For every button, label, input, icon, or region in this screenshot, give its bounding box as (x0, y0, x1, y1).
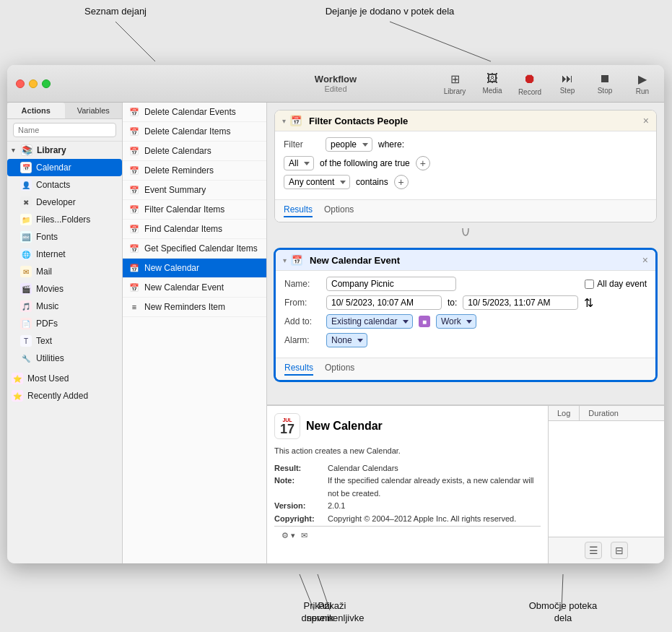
info-panel: JUL 17 New Calendar This action creates … (267, 406, 549, 563)
sidebar-search (7, 119, 122, 142)
action-new-calendar[interactable]: 📅 New Calendar (123, 259, 266, 278)
record-button[interactable]: ⏺ Record (517, 72, 543, 96)
log-header: Log Duration (549, 406, 664, 421)
library-button[interactable]: ⊞ Library (442, 72, 468, 95)
sidebar-label-most-used: Most Used (27, 373, 69, 384)
filter-collapse-icon[interactable]: ▾ (282, 117, 286, 125)
sidebar-list: ▾ 📚 Library 📅 Calendar 👤 Contacts ✖ Deve… (7, 142, 122, 563)
action-icon-find-items: 📅 (128, 223, 140, 235)
action-icon-new-calendar: 📅 (128, 262, 140, 274)
existing-calendar-select[interactable]: Existing calendar (326, 314, 413, 329)
filter-content-row: Any content contains + (284, 175, 647, 189)
sidebar-item-music[interactable]: 🎵 Music (7, 298, 122, 315)
action-find-items[interactable]: 📅 Find Calendar Items (123, 220, 266, 239)
filter-people-select[interactable]: people (326, 137, 372, 152)
filter-results-tab[interactable]: Results (284, 204, 313, 217)
show-variables-button[interactable]: ⊟ (611, 542, 628, 559)
maximize-button[interactable] (42, 79, 51, 88)
filter-add-value[interactable]: + (394, 175, 409, 189)
stop-button[interactable]: ⏹ Stop (592, 72, 618, 95)
info-toolbar-settings[interactable]: ⚙ ▾ (282, 531, 295, 540)
action-event-summary[interactable]: 📅 Event Summary (123, 181, 266, 200)
most-used-icon: ⭐ (12, 373, 23, 384)
minimize-button[interactable] (29, 79, 38, 88)
filter-card-icon: 📅 (290, 115, 302, 126)
sidebar-item-library[interactable]: ▾ 📚 Library (7, 142, 122, 159)
developer-icon: ✖ (20, 196, 32, 208)
run-button[interactable]: ▶ Run (629, 72, 655, 95)
fonts-icon: 🔤 (20, 231, 32, 243)
action-new-event[interactable]: 📅 New Calendar Event (123, 278, 266, 298)
action-new-reminder[interactable]: ≡ New Reminders Item (123, 298, 266, 317)
action-delete-reminders[interactable]: 📅 Delete Reminders (123, 161, 266, 181)
work-calendar-select[interactable]: Work (436, 314, 476, 329)
sidebar-item-calendar[interactable]: 📅 Calendar (7, 159, 122, 176)
filter-contacts-card: ▾ 📅 Filter Contacts People × Filter peop… (274, 110, 657, 222)
info-body: This action creates a new Calendar. Resu… (274, 445, 541, 526)
sidebar-item-developer[interactable]: ✖ Developer (7, 194, 122, 211)
duration-col-label: Duration (579, 406, 664, 420)
info-copyright-key: Copyright: (274, 513, 325, 526)
sidebar-label-pdfs: PDFs (36, 319, 58, 329)
cal-event-card-body: Name: All day event From: to: (276, 271, 655, 358)
sidebar-item-contacts[interactable]: 👤 Contacts (7, 176, 122, 194)
to-input[interactable] (463, 295, 578, 310)
sidebar-item-files[interactable]: 📁 Files...Folders (7, 211, 122, 228)
sidebar-item-fonts[interactable]: 🔤 Fonts (7, 228, 122, 246)
filter-card-footer: Results Options (275, 199, 656, 222)
datetime-stepper[interactable]: ⇅ (584, 296, 593, 310)
sidebar-item-mail[interactable]: ✉ Mail (7, 263, 122, 280)
cal-event-results-tab[interactable]: Results (284, 363, 313, 376)
info-toolbar-mail[interactable]: ✉ (301, 531, 307, 540)
filter-label: Filter (284, 139, 320, 150)
search-input[interactable] (13, 123, 116, 137)
name-row: Name: All day event (284, 277, 647, 291)
show-log-button[interactable]: ☰ (585, 542, 602, 559)
annotation-obmocje: Območje poteka dela (527, 600, 599, 625)
music-icon: 🎵 (20, 300, 32, 312)
cal-event-options-tab[interactable]: Options (325, 363, 354, 376)
info-header: JUL 17 New Calendar (274, 413, 541, 439)
sidebar-item-recently-added[interactable]: ⭐ Recently Added (7, 387, 122, 404)
action-label-new-event: New Calendar Event (144, 282, 224, 293)
sidebar-label-recently-added: Recently Added (27, 391, 88, 401)
filter-add-condition[interactable]: + (416, 156, 430, 170)
tab-actions[interactable]: Actions (7, 103, 65, 118)
action-delete-calendars[interactable]: 📅 Delete Calendars (123, 142, 266, 161)
filter-content-select[interactable]: Any content (284, 175, 350, 189)
sidebar-item-utilities[interactable]: 🔧 Utilities (7, 350, 122, 367)
action-delete-events[interactable]: 📅 Delete Calendar Events (123, 103, 266, 122)
sidebar-label-calendar: Calendar (36, 163, 71, 173)
filter-card-close[interactable]: × (643, 115, 649, 126)
sidebar-item-text[interactable]: T Text (7, 332, 122, 350)
close-button[interactable] (16, 79, 25, 88)
name-input[interactable] (326, 277, 456, 291)
cal-event-collapse-icon[interactable]: ▾ (283, 256, 287, 264)
sidebar-label-text: Text (36, 336, 52, 346)
alarm-select[interactable]: None (326, 333, 367, 347)
sidebar-item-movies[interactable]: 🎬 Movies (7, 280, 122, 298)
cal-event-card-close[interactable]: × (642, 254, 648, 266)
step-button[interactable]: ⏭ Step (554, 72, 580, 95)
action-icon-event-summary: 📅 (128, 184, 140, 196)
info-copyright-row: Copyright: Copyright © 2004–2012 Apple I… (274, 513, 541, 526)
settings-arrow: ▾ (291, 531, 295, 540)
all-day-checkbox[interactable] (585, 280, 594, 289)
variables-icon: ⊟ (615, 545, 624, 556)
sidebar-item-pdfs[interactable]: 📄 PDFs (7, 315, 122, 332)
internet-icon: 🌐 (20, 248, 32, 260)
filter-all-select[interactable]: All (284, 156, 314, 170)
from-label: From: (284, 298, 320, 308)
action-filter-items[interactable]: 📅 Filter Calendar Items (123, 200, 266, 220)
sidebar-item-most-used[interactable]: ⭐ Most Used (7, 370, 122, 387)
action-get-specified[interactable]: 📅 Get Specified Calendar Items (123, 239, 266, 259)
calendar-icon: 📅 (20, 162, 32, 173)
filter-options-tab[interactable]: Options (324, 204, 354, 217)
tab-variables[interactable]: Variables (65, 103, 123, 118)
sidebar-label-mail: Mail (36, 267, 52, 277)
annotation-spremenljivke: Prikaži spremenljivke (307, 600, 357, 625)
action-delete-items[interactable]: 📅 Delete Calendar Items (123, 122, 266, 142)
from-input[interactable] (326, 295, 442, 310)
media-button[interactable]: 🖼 Media (479, 72, 505, 95)
sidebar-item-internet[interactable]: 🌐 Internet (7, 246, 122, 263)
